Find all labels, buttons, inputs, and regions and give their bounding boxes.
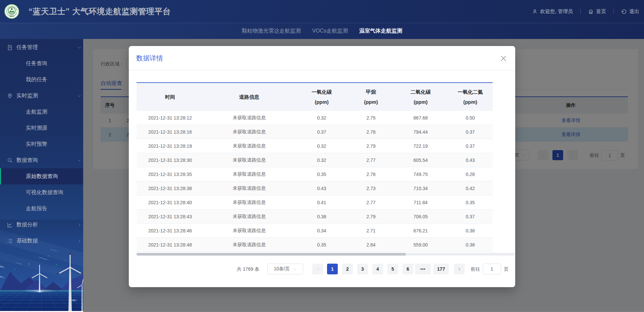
detail-table: 时间道路信息一氧化碳(ppm)甲烷(ppm)二氧化碳(ppm)一氧化二氮(ppm… [137,82,493,252]
detail-cell: 2021-12-31 13:28:12 [137,115,204,121]
more-pages-button[interactable]: ••• [415,264,431,274]
sidebar-item-label: 原始数据查询 [26,173,58,180]
page-177-button[interactable]: 177 [433,264,449,274]
sidebar-item-任务管理[interactable]: 任务管理 [0,39,83,55]
detail-column-header-3: 一氧化碳(ppm) [295,83,348,111]
column-title: 一氧化二氮 [458,87,483,97]
sidebar-item-label: 实时溯源 [26,125,47,132]
sidebar-item-原始数据查询[interactable]: 原始数据查询 [0,168,83,184]
chevron-down-icon [77,94,82,98]
detail-cell: 2.78 [348,172,393,177]
close-icon[interactable] [500,55,507,62]
sidebar-item-label: 我的任务 [26,76,47,83]
detail-cell: 749.75 [393,172,448,177]
detail-cell: 2021-12-31 13:28:35 [137,172,204,177]
chevron-down-icon [77,45,82,50]
sidebar-item-走航报告[interactable]: 走航报告 [0,200,83,217]
detail-cell: 0.38 [448,242,493,248]
logout-button[interactable]: 退出 [621,8,639,15]
detail-table-row: 2021-12-31 13:28:19未获取道路信息0.322.79722.19… [137,139,493,153]
horizontal-scrollbar-thumb[interactable] [137,253,406,256]
detail-cell: 0.37 [448,143,493,149]
detail-column-header-1: 时间 [137,83,204,111]
sidebar-item-走航监测[interactable]: 走航监测 [0,104,83,120]
page-1-button[interactable]: 1 [327,264,338,274]
home-button[interactable]: 首页 [588,8,606,15]
detail-cell: 0.50 [448,115,493,121]
column-unit: (ppm) [315,97,329,107]
detail-cell: 0.32 [295,115,348,121]
detail-table-row: 2021-12-31 13:28:16未获取道路信息0.372.78794.44… [137,125,493,139]
detail-cell: 2021-12-31 13:28:38 [137,186,204,191]
chevron-down-icon [77,158,82,163]
detail-cell: 0.35 [448,200,493,205]
goto-page-input[interactable]: 1 [483,264,501,274]
detail-cell: 2021-12-31 13:28:30 [137,158,204,163]
sidebar-item-基础数据[interactable]: 基础数据 [0,233,83,249]
sidebar-item-实时预警[interactable]: 实时预警 [0,136,83,152]
detail-cell: 2.75 [348,115,393,121]
sidebar-item-label: 任务管理 [16,44,38,51]
detail-cell: 559.00 [393,242,448,248]
detail-column-header-6: 一氧化二氮(ppm) [448,83,493,111]
sidebar-item-可视化数据查询[interactable]: 可视化数据查询 [0,184,83,200]
detail-cell: 2021-12-31 13:28:43 [137,214,204,219]
home-label: 首页 [596,8,606,15]
sidebar-item-实时溯源[interactable]: 实时溯源 [0,120,83,136]
detail-cell: 710.34 [393,186,448,191]
sidebar-item-数据查询[interactable]: 数据查询 [0,152,83,168]
detail-cell: 未获取道路信息 [204,129,295,135]
detail-table-row: 2021-12-31 13:28:48未获取道路信息0.352.84559.00… [137,238,493,252]
page-6-button[interactable]: 6 [402,264,413,274]
detail-table-header: 时间道路信息一氧化碳(ppm)甲烷(ppm)二氧化碳(ppm)一氧化二氮(ppm… [137,83,493,111]
detail-cell: 未获取道路信息 [204,143,295,149]
search-icon [7,158,13,163]
detail-cell: 未获取道路信息 [204,185,295,191]
detail-cell: 722.19 [393,143,448,149]
location-icon [7,93,13,99]
page-4-button[interactable]: 4 [372,264,383,274]
dialog-title: 数据详情 [136,46,163,71]
detail-cell: 未获取道路信息 [204,171,295,177]
user-menu[interactable]: 欢迎您, 管理员 [532,8,573,15]
sidebar-item-label: 数据分析 [16,221,38,228]
data-detail-dialog: 数据详情 时间道路信息一氧化碳(ppm)甲烷(ppm)二氧化碳(ppm)一氧化二… [129,46,515,287]
chevron-right-icon [77,239,82,243]
detail-table-row: 2021-12-31 13:28:12未获取道路信息0.322.75867.68… [137,111,493,125]
detail-cell: 2021-12-31 13:28:16 [137,129,204,135]
next-page-button[interactable] [454,264,465,274]
sidebar-item-我的任务[interactable]: 我的任务 [0,72,83,88]
detail-cell: 0.35 [295,242,348,248]
column-unit: (ppm) [364,97,378,107]
detail-cell: 605.54 [393,158,448,163]
page-2-button[interactable]: 2 [342,264,353,274]
header-divider [613,9,614,14]
detail-column-header-2: 道路信息 [204,83,295,111]
page-5-button[interactable]: 5 [387,264,398,274]
horizontal-scrollbar[interactable] [137,253,515,256]
page-3-button[interactable]: 3 [357,264,368,274]
detail-cell: 未获取道路信息 [204,157,295,163]
detail-cell: 0.38 [295,214,348,219]
sidebar-item-任务查询[interactable]: 任务查询 [0,55,83,72]
sidebar-item-实时监测[interactable]: 实时监测 [0,88,83,104]
home-icon [588,9,594,14]
sidebar-item-label: 基础数据 [16,237,38,244]
app-header: MEE “蓝天卫士” 大气环境走航监测管理平台 欢迎您, 管理员 首页 退出 [0,0,644,23]
nav-tab-1[interactable]: 颗粒物激光雷达走航监测 [242,28,301,35]
detail-cell: 0.41 [295,200,348,205]
module-nav: 颗粒物激光雷达走航监测VOCs走航监测温室气体走航监测 [0,23,644,39]
nav-tab-2[interactable]: VOCs走航监测 [312,28,348,35]
detail-table-row: 2021-12-31 13:28:43未获取道路信息0.382.79706.05… [137,210,493,224]
chevron-right-icon [458,267,461,271]
prev-page-button[interactable] [312,264,323,274]
detail-cell: 未获取道路信息 [204,228,295,234]
column-title: 道路信息 [239,92,259,102]
column-title: 时间 [165,92,175,102]
page-buttons: 123456•••177 [129,264,515,274]
nav-tab-3[interactable]: 温室气体走航监测 [359,28,402,35]
app-title: “蓝天卫士” 大气环境走航监测管理平台 [29,0,171,23]
sidebar-item-label: 实时预警 [26,141,47,148]
sidebar-item-数据分析[interactable]: 数据分析 [0,217,83,233]
column-title: 一氧化碳 [312,87,332,97]
